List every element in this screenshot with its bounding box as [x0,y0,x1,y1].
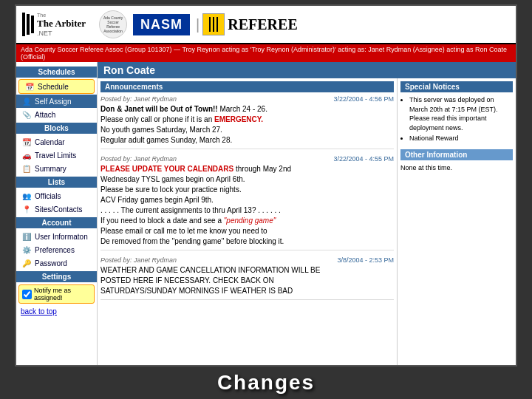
sidebar-item-calendar[interactable]: 📆 Calendar [16,135,97,149]
soccer-logo: Ada County Soccer Referee Association [99,10,127,38]
post-header-1: Posted by: Janet Rydman 3/22/2004 - 4:56… [100,95,394,103]
post-header-2: Posted by: Janet Rydman 3/22/2004 - 4:55… [100,155,394,163]
post-block-1: Posted by: Janet Rydman 3/22/2004 - 4:56… [100,95,394,149]
sidebar-item-travel-limits[interactable]: 🚗 Travel Limits [16,149,97,162]
post-author-1: Posted by: Janet Rydman [100,95,177,103]
referee-svg [206,17,221,32]
arbiter-name-block: The The Arbiter .NET [37,13,86,37]
referee-text: REFEREE [228,16,297,33]
assoc-bar-text: Ada County Soccer Referee Assoc (Group 1… [21,46,511,61]
content-title: Ron Coate [103,64,155,76]
special-notices-content: This server was deployed on March 20th a… [400,95,513,143]
other-info-section: Other Information None at this time. [400,149,513,173]
right-panel: Special Notices This server was deployed… [398,78,516,365]
stripe-3 [31,16,34,33]
sidebar-section-schedules: Schedules [16,66,97,78]
post-header-3: Posted by: Janet Rydman 3/8/2004 - 2:53 … [100,256,394,264]
stripe-2 [27,14,30,35]
post-emergency: EMERGENCY. [214,115,263,123]
sidebar-item-back-top[interactable]: back to top [16,306,97,317]
post-body-3: WEATHER AND GAME CANCELLATION INFORMATIO… [100,265,394,296]
stripe-1 [22,13,25,36]
post-date-1: 3/22/2004 - 4:56 PM [333,95,394,103]
notify-checkbox-area: Notify me as assigned! [18,284,95,304]
post-author-2: Posted by: Janet Rydman [100,155,177,163]
notify-label: Notify me as assigned! [34,287,91,301]
sites-icon: 📍 [21,204,33,214]
other-info-content: None at this time. [400,163,513,173]
sidebar-item-summary[interactable]: 📋 Summary [16,162,97,175]
the-label: The [37,13,86,18]
main-panel: Announcements Posted by: Janet Rydman 3/… [98,78,398,365]
sidebar-item-password[interactable]: 🔑 Password [16,256,97,270]
special-notice-item-1: This server was deployed on March 20th a… [409,95,513,132]
post-block-2: Posted by: Janet Rydman 3/22/2004 - 4:55… [100,155,394,250]
bottom-caption: Changes [217,371,315,395]
main-layout: Schedules 📅 Schedule 👤 Self Assign 📎 Att… [16,62,516,365]
officials-icon: 👥 [21,191,33,201]
arbiter-stripes [22,13,34,36]
schedule-icon: 📅 [24,81,35,92]
assoc-bar: Ada County Soccer Referee Assoc (Group 1… [16,44,516,62]
post-body-2: PLEASE UPDATE YOUR CALENDARS through May… [100,164,394,247]
preferences-icon: ⚙️ [21,245,33,255]
selfassign-icon: 👤 [21,96,33,106]
arbiter-title: The Arbiter [37,18,86,30]
post-update-calendars: PLEASE UPDATE YOUR CALENDARS [100,165,233,173]
sidebar-item-schedule[interactable]: 📅 Schedule [18,79,95,94]
special-notices-title: Special Notices [400,81,513,92]
special-notice-item-2: National Reward [409,134,513,143]
referee-logo: REFEREE [202,13,297,35]
sidebar-section-account: Account [16,217,97,228]
post-date-2: 3/22/2004 - 4:55 PM [333,155,394,163]
sidebar-item-sites-contacts[interactable]: 📍 Sites/Contacts [16,202,97,216]
sidebar-item-preferences[interactable]: ⚙️ Preferences [16,243,97,256]
soccer-logo-text: Ada County Soccer Referee Association [100,14,126,35]
logo-separator: | [196,16,200,33]
arbiter-logo: The The Arbiter .NET [22,13,90,37]
sidebar-section-blocks: Blocks [16,123,97,134]
referee-icon [202,13,225,35]
notify-checkbox[interactable] [22,290,32,299]
post-pending-game: "pending game" [224,216,276,225]
arbiter-net: .NET [37,30,86,37]
post-author-3: Posted by: Janet Rydman [100,256,177,264]
app-header: The The Arbiter .NET Ada County Soccer R… [16,6,516,44]
post-body-1: Don & Janet will be Out of Town!! March … [100,104,394,146]
password-icon: 🔑 [21,258,33,268]
content-header: Ron Coate [98,62,516,78]
travel-icon: 🚗 [21,150,33,160]
summary-icon: 📋 [21,163,33,174]
content-area: Ron Coate Announcements Posted by: Janet… [98,62,516,365]
sidebar-item-attach[interactable]: 📎 Attach [16,108,97,121]
changes-text: Changes [217,371,315,394]
content-body: Announcements Posted by: Janet Rydman 3/… [98,78,516,365]
app-window: The The Arbiter .NET Ada County Soccer R… [15,4,517,366]
post-date-3: 3/8/2004 - 2:53 PM [337,256,394,264]
announcements-title: Announcements [100,81,394,92]
post-block-3: Posted by: Janet Rydman 3/8/2004 - 2:53 … [100,256,394,300]
sidebar: Schedules 📅 Schedule 👤 Self Assign 📎 Att… [16,62,98,365]
post-out-of-town: Don & Janet will be Out of Town!! [100,105,218,113]
sidebar-item-user-info[interactable]: ℹ️ User Informaton [16,230,97,243]
sidebar-section-settings: Settings [16,271,97,282]
nasm-logo: NASM [133,14,190,35]
sidebar-item-officials[interactable]: 👥 Officials [16,189,97,202]
sidebar-section-lists: Lists [16,177,97,188]
calendar-icon: 📆 [21,137,33,147]
sidebar-item-selfassign[interactable]: 👤 Self Assign [16,95,97,108]
other-info-title: Other Information [400,149,513,160]
attach-icon: 📎 [21,109,33,120]
nasm-text: NASM [140,17,183,32]
special-notices-section: Special Notices This server was deployed… [400,81,513,143]
user-info-icon: ℹ️ [21,231,33,242]
